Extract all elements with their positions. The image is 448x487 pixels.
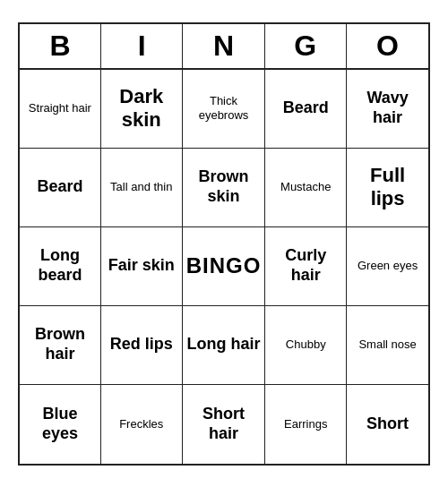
bingo-cell-18: Chubby bbox=[265, 306, 347, 385]
bingo-cell-11: Fair skin bbox=[101, 227, 183, 306]
bingo-grid: Straight hairDark skinThick eyebrowsBear… bbox=[20, 70, 428, 464]
bingo-cell-16: Red lips bbox=[101, 306, 183, 385]
bingo-cell-3: Beard bbox=[265, 70, 347, 149]
bingo-cell-1: Dark skin bbox=[101, 70, 183, 149]
header-letter-B: B bbox=[20, 24, 101, 68]
bingo-cell-0: Straight hair bbox=[20, 70, 101, 149]
bingo-cell-23: Earrings bbox=[265, 385, 347, 464]
bingo-cell-13: Curly hair bbox=[265, 227, 347, 306]
bingo-cell-19: Small nose bbox=[347, 306, 428, 385]
bingo-cell-6: Tall and thin bbox=[101, 149, 183, 227]
bingo-cell-9: Full lips bbox=[347, 149, 428, 227]
bingo-cell-22: Short hair bbox=[183, 385, 266, 464]
bingo-card: BINGO Straight hairDark skinThick eyebro… bbox=[18, 22, 430, 466]
bingo-cell-10: Long beard bbox=[20, 227, 101, 306]
bingo-cell-24: Short bbox=[347, 385, 428, 464]
bingo-header: BINGO bbox=[20, 24, 428, 70]
bingo-cell-20: Blue eyes bbox=[20, 385, 101, 464]
bingo-cell-5: Beard bbox=[20, 149, 101, 227]
bingo-cell-2: Thick eyebrows bbox=[183, 70, 266, 149]
header-letter-I: I bbox=[101, 24, 183, 68]
bingo-cell-21: Freckles bbox=[101, 385, 183, 464]
bingo-cell-8: Mustache bbox=[265, 149, 347, 227]
bingo-cell-15: Brown hair bbox=[20, 306, 101, 385]
bingo-cell-4: Wavy hair bbox=[347, 70, 428, 149]
bingo-cell-7: Brown skin bbox=[183, 149, 266, 227]
header-letter-G: G bbox=[265, 24, 347, 68]
bingo-cell-12: BINGO bbox=[183, 227, 266, 306]
header-letter-N: N bbox=[183, 24, 264, 68]
bingo-cell-14: Green eyes bbox=[347, 227, 428, 306]
header-letter-O: O bbox=[347, 24, 428, 68]
bingo-cell-17: Long hair bbox=[183, 306, 266, 385]
